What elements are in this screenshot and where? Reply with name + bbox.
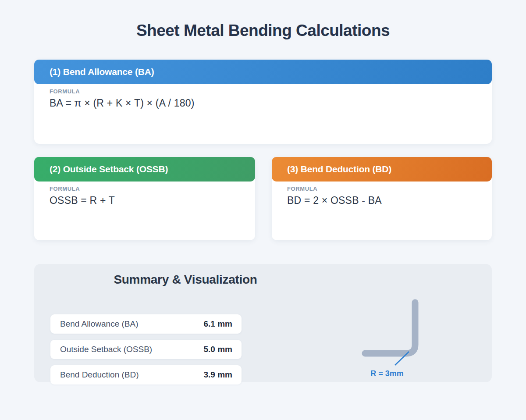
- formula-text: BA = π × (R + K × T) × (A / 180): [50, 97, 492, 109]
- card-outside-setback: (2) Outside Setback (OSSB) FORMULA OSSB …: [34, 157, 255, 240]
- page-title: Sheet Metal Bending Calculations: [0, 21, 526, 40]
- card-outside-setback-title: (2) Outside Setback (OSSB): [50, 164, 168, 174]
- bent-sheet-visualization: R = 3mm: [341, 264, 503, 382]
- summary-row-value: 6.1 mm: [204, 319, 232, 329]
- formula-text: BD = 2 × OSSB - BA: [287, 195, 492, 206]
- card-bend-deduction-header: (3) Bend Deduction (BD): [272, 157, 492, 182]
- card-outside-setback-header: (2) Outside Setback (OSSB): [34, 157, 255, 182]
- summary-row-value: 3.9 mm: [204, 370, 232, 380]
- summary-row-value: 5.0 mm: [204, 345, 232, 354]
- card-bend-deduction-body: FORMULA BD = 2 × OSSB - BA: [272, 182, 492, 206]
- summary-rows: Bend Allowance (BA) 6.1 mm Outside Setba…: [50, 314, 242, 391]
- summary-row-outside-setback: Outside Setback (OSSB) 5.0 mm: [50, 340, 242, 359]
- formula-label: FORMULA: [50, 185, 255, 192]
- summary-row-bend-allowance: Bend Allowance (BA) 6.1 mm: [50, 314, 242, 334]
- formula-text: OSSB = R + T: [50, 195, 255, 206]
- summary-title: Summary & Visualization: [34, 273, 337, 287]
- page: Sheet Metal Bending Calculations (1) Ben…: [0, 0, 526, 420]
- formula-label: FORMULA: [50, 88, 492, 95]
- summary-row-label: Outside Setback (OSSB): [60, 345, 152, 354]
- card-bend-allowance-body: FORMULA BA = π × (R + K × T) × (A / 180): [34, 84, 492, 109]
- summary-row-label: Bend Allowance (BA): [60, 319, 139, 329]
- summary-row-bend-deduction: Bend Deduction (BD) 3.9 mm: [50, 365, 242, 384]
- card-bend-deduction: (3) Bend Deduction (BD) FORMULA BD = 2 ×…: [272, 157, 492, 240]
- card-bend-deduction-title: (3) Bend Deduction (BD): [287, 164, 391, 174]
- formula-label: FORMULA: [287, 185, 492, 192]
- summary-row-label: Bend Deduction (BD): [60, 370, 139, 380]
- card-outside-setback-body: FORMULA OSSB = R + T: [34, 182, 255, 206]
- radius-label: R = 3mm: [370, 369, 404, 378]
- card-bend-allowance-header: (1) Bend Allowance (BA): [34, 60, 492, 84]
- card-bend-allowance: (1) Bend Allowance (BA) FORMULA BA = π ×…: [34, 60, 492, 144]
- summary-section: Summary & Visualization Bend Allowance (…: [34, 264, 492, 382]
- card-bend-allowance-title: (1) Bend Allowance (BA): [50, 67, 154, 77]
- bent-sheet-graphic: [365, 303, 415, 353]
